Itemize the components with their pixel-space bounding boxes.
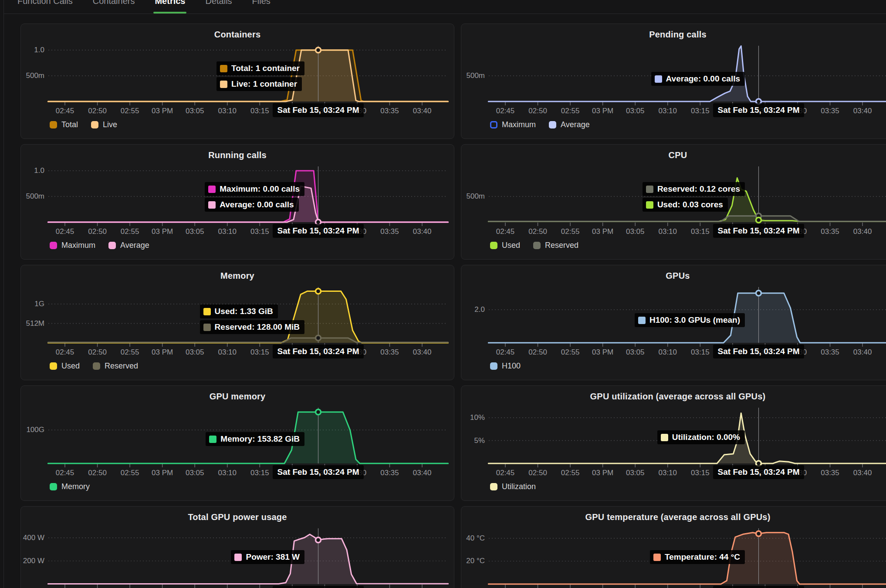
x-axis-label: 03:35 — [812, 469, 849, 477]
legend-label: H100 — [502, 362, 521, 371]
legend-item-reserved[interactable]: Reserved — [93, 362, 138, 371]
x-axis-label: 02:45 — [47, 469, 83, 477]
legend-swatch — [490, 362, 497, 370]
x-axis-label: 03:05 — [176, 227, 213, 236]
tooltip-series-swatch — [638, 317, 646, 324]
legend-item-memory[interactable]: Memory — [50, 482, 90, 491]
legend-item-used[interactable]: Used — [50, 362, 80, 371]
x-axis-label: 02:50 — [520, 227, 556, 236]
tooltip-value: Utilization: 0.00% — [672, 433, 740, 442]
hover-tooltip: Utilization: 0.00% — [657, 430, 745, 444]
x-axis-label: 02:45 — [47, 107, 83, 115]
x-axis-label: 03:40 — [844, 469, 881, 477]
chart-legend: MaximumAverage — [490, 120, 590, 129]
legend-item-average[interactable]: Average — [549, 120, 590, 129]
tooltip-row: Used: 0.03 cores — [643, 198, 728, 212]
x-axis-label: 02:45 — [47, 348, 83, 357]
x-axis-label: 02:50 — [79, 107, 116, 115]
legend-swatch — [549, 121, 556, 128]
x-axis-label: 03 PM — [144, 227, 181, 236]
legend-label: Used — [61, 362, 80, 371]
tooltip-value: Maximum: 0.00 calls — [220, 184, 300, 194]
chart-legend: UsedReserved — [50, 362, 138, 371]
hover-tooltip: Temperature: 44 °C — [650, 550, 745, 564]
legend-label: Total — [61, 120, 78, 129]
legend-swatch — [533, 242, 541, 249]
tooltip-row: Live: 1 container — [216, 77, 302, 91]
hover-tooltip: Average: 0.00 calls — [651, 72, 745, 86]
legend-item-used[interactable]: Used — [490, 241, 520, 250]
legend-swatch — [50, 121, 57, 128]
hover-tooltip: Total: 1 containerLive: 1 container — [216, 61, 304, 91]
tooltip-value: H100: 3.0 GPUs (mean) — [649, 315, 740, 325]
tooltip-series-swatch — [208, 186, 216, 193]
legend-item-total[interactable]: Total — [50, 120, 78, 129]
chart-legend: Memory — [50, 482, 90, 491]
x-axis-label: 03 PM — [144, 348, 181, 357]
legend-item-utilization[interactable]: Utilization — [490, 482, 536, 491]
x-axis-label: 02:50 — [520, 469, 556, 477]
legend-label: Reserved — [545, 241, 578, 250]
chart-card-gpu-temperature: GPU temperature (average across all GPUs… — [461, 506, 886, 588]
tooltip-series-swatch — [653, 554, 661, 561]
chart-card-gpu-utilization: GPU utilization (average across all GPUs… — [461, 385, 886, 501]
x-axis-label: 03:10 — [649, 469, 686, 477]
x-axis-label: 02:45 — [487, 348, 524, 357]
x-axis-label: 03:05 — [176, 469, 213, 477]
x-axis-label: 03:40 — [404, 107, 440, 115]
chart-legend: H100 — [490, 362, 521, 371]
chart-card-pending-calls: Pending calls500m02:4502:5002:5503 PM03:… — [461, 24, 886, 139]
x-axis-label: 02:55 — [552, 227, 588, 236]
x-axis-label: 02:55 — [112, 107, 148, 115]
tooltip-row: Power: 381 W — [231, 550, 304, 564]
legend-label: Average — [120, 241, 149, 250]
x-axis-label: 02:45 — [47, 227, 83, 236]
x-axis-label: 03:35 — [372, 348, 408, 357]
legend-swatch — [50, 242, 57, 249]
chart-card-running-calls: Running calls1.0500m02:4502:5002:5503 PM… — [20, 144, 454, 260]
x-axis-label: 02:50 — [520, 107, 556, 115]
legend-item-maximum[interactable]: Maximum — [490, 120, 536, 129]
tooltip-series-swatch — [220, 65, 227, 72]
tooltip-series-swatch — [209, 436, 216, 443]
tooltip-series-swatch — [203, 324, 211, 331]
legend-label: Live — [103, 120, 117, 129]
hover-date-tooltip: Sat Feb 15, 03:24 PM — [713, 586, 805, 588]
legend-swatch — [50, 483, 57, 490]
legend-item-maximum[interactable]: Maximum — [50, 241, 95, 250]
x-axis-label: 03:10 — [209, 348, 246, 357]
tooltip-series-swatch — [208, 201, 216, 209]
legend-item-h100[interactable]: H100 — [490, 362, 521, 371]
hover-tooltip: Power: 381 W — [231, 550, 304, 564]
x-axis-label: 03:40 — [844, 348, 881, 357]
tooltip-value: Temperature: 44 °C — [665, 552, 740, 562]
legend-label: Used — [502, 241, 520, 250]
x-axis-label: 03 PM — [585, 469, 621, 477]
hover-date-tooltip: Sat Feb 15, 03:24 PM — [273, 345, 364, 358]
legend-swatch — [91, 121, 98, 128]
x-axis-label: 03:35 — [812, 107, 849, 115]
x-axis-label: 03:10 — [649, 227, 686, 236]
tooltip-row: Utilization: 0.00% — [657, 430, 745, 444]
x-axis-label: 03:40 — [404, 348, 440, 357]
tooltip-value: Average: 0.00 calls — [666, 74, 740, 84]
legend-swatch — [108, 242, 116, 249]
x-axis-label: 03:35 — [372, 469, 408, 477]
charts-grid: Containers1.0500m02:4502:5002:5503 PM03:… — [0, 0, 886, 588]
legend-item-average[interactable]: Average — [108, 241, 149, 250]
legend-item-live[interactable]: Live — [91, 120, 117, 129]
legend-swatch — [490, 483, 497, 490]
tooltip-series-swatch — [234, 554, 242, 561]
legend-label: Maximum — [502, 120, 536, 129]
tooltip-value: Used: 0.03 cores — [657, 200, 723, 210]
chart-card-containers: Containers1.0500m02:4502:5002:5503 PM03:… — [20, 24, 454, 139]
legend-item-reserved[interactable]: Reserved — [533, 241, 578, 250]
x-axis-label: 03 PM — [144, 107, 181, 115]
chart-plot-gpu-temperature[interactable] — [461, 507, 886, 588]
legend-label: Reserved — [105, 362, 138, 371]
tooltip-row: Reserved: 128.00 MiB — [200, 320, 304, 334]
chart-plot-gpu-power[interactable] — [21, 507, 455, 588]
x-axis-label: 02:55 — [112, 348, 148, 357]
hover-date-tooltip: Sat Feb 15, 03:24 PM — [713, 103, 805, 117]
x-axis-label: 03:40 — [844, 227, 881, 236]
